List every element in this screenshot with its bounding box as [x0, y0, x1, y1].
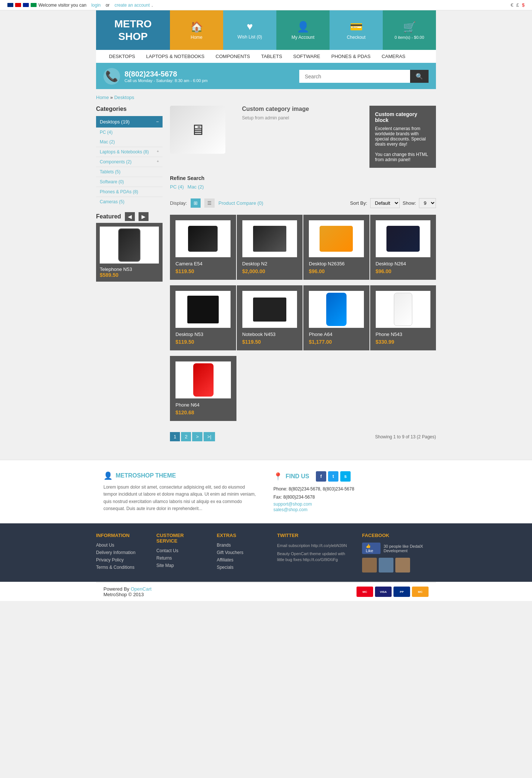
product-card-phone-a64[interactable]: Phone A64 $1,177.00 — [303, 285, 369, 350]
fb-like-button[interactable]: 👍 Like — [362, 543, 381, 554]
sidebar-item-components[interactable]: Components (2) + — [96, 157, 163, 167]
product-card-camera-e54[interactable]: Camera E54 $119.50 — [170, 215, 236, 280]
nav-account[interactable]: 👤 My Account — [276, 10, 330, 50]
nav-desktops[interactable]: DESKTOPS — [103, 50, 141, 63]
twitter-icon[interactable]: t — [328, 471, 338, 482]
sort-select[interactable]: Default — [370, 198, 400, 208]
breadcrumb-current[interactable]: Desktops — [114, 95, 134, 100]
sidebar-components-expand: + — [157, 159, 159, 164]
sidebar-item-software[interactable]: Software (0) — [96, 177, 163, 187]
login-link[interactable]: login — [91, 3, 100, 8]
featured-next-button[interactable]: ▶ — [139, 212, 149, 221]
show-select[interactable]: 9 — [419, 198, 436, 208]
sidebar-item-cameras[interactable]: Cameras (5) — [96, 197, 163, 207]
sidebar-item-tablets[interactable]: Tablets (5) — [96, 167, 163, 177]
refine-mac-link[interactable]: Mac (2) — [188, 184, 204, 190]
phone-number: 8(802)234-5678 — [125, 70, 208, 78]
search-button[interactable]: 🔍 — [410, 70, 429, 83]
sidebar-item-laptops[interactable]: Laptops & Notebooks (8) + — [96, 147, 163, 157]
nav-checkout-label: Checkout — [347, 35, 366, 40]
create-account-link[interactable]: create an account — [115, 3, 150, 8]
product-image-phone-a64 — [309, 291, 364, 328]
product-card-notebook-n453[interactable]: Notebook N453 $119.50 — [237, 285, 303, 350]
sidebar-item-desktops[interactable]: Desktops (19) − — [96, 116, 163, 128]
affiliates-link[interactable]: Affiliates — [217, 557, 266, 563]
product-compare-link[interactable]: Product Compare (0) — [218, 200, 263, 206]
skype-icon[interactable]: s — [340, 471, 351, 482]
nav-checkout[interactable]: 💳 Checkout — [330, 10, 383, 50]
product-grid-row2: Desktop N53 $119.50 Notebook N453 $119.5… — [170, 285, 436, 350]
nav-components[interactable]: COMPONENTS — [210, 50, 256, 63]
currency-eur[interactable]: € — [511, 2, 513, 8]
nav-cameras[interactable]: CAMERAS — [376, 50, 411, 63]
product-image-phone-n64 — [175, 361, 231, 398]
sidebar-item-pc[interactable]: PC (4) — [96, 128, 163, 137]
sort-area: Sort By: Default Show: 9 — [350, 198, 436, 208]
currency-usd[interactable]: $ — [522, 2, 525, 8]
currency-gbp[interactable]: £ — [516, 2, 519, 8]
delivery-info-link[interactable]: Delivery Information — [96, 550, 145, 555]
fb-avatar-3 — [395, 558, 410, 573]
nav-software[interactable]: SOFTWARE — [288, 50, 326, 63]
fb-like-count: 30 people like DedalX Development — [383, 544, 436, 553]
featured-product: Telephone N53 $589.50 — [96, 223, 163, 282]
sidebar-item-phones[interactable]: Phones & PDAs (8) — [96, 187, 163, 197]
returns-link[interactable]: Returns — [156, 556, 205, 561]
facebook-icon[interactable]: f — [316, 471, 326, 482]
page-1-button[interactable]: 1 — [170, 432, 180, 441]
product-card-desktop-n53[interactable]: Desktop N53 $119.50 — [170, 285, 236, 350]
cart-icon: 🛒 — [403, 21, 416, 33]
very-bottom: Powered By OpenCart MetroShop © 2013 MC … — [96, 582, 436, 601]
payment-icons: MC VISA PP MC — [357, 587, 429, 597]
phone-n64-img — [193, 363, 214, 397]
main-layout: Categories Desktops (19) − PC (4) Mac (2… — [96, 106, 436, 447]
list-view-button[interactable]: ☰ — [204, 198, 215, 208]
nav-home[interactable]: 🏠 Home — [170, 10, 223, 50]
nav-wishlist[interactable]: ♥ Wish List (0) — [223, 10, 276, 50]
opencart-link[interactable]: OpenCart — [131, 586, 151, 592]
product-price-phone-n543: $330.99 — [376, 339, 431, 345]
email1-link[interactable]: support@shop.com — [273, 502, 312, 507]
product-card-desktop-n2[interactable]: Desktop N2 $2,000.00 — [237, 215, 303, 280]
phone-n543-img — [394, 293, 412, 326]
product-card-desktop-n264[interactable]: Desktop N264 $96.00 — [370, 215, 436, 280]
page-last-button[interactable]: >| — [204, 432, 215, 441]
product-card-phone-n64[interactable]: Phone N64 $120.68 — [170, 356, 236, 421]
paypal-icon: PP — [393, 587, 410, 597]
about-us-link[interactable]: About Us — [96, 543, 145, 548]
logo[interactable]: METROSHOP — [96, 10, 170, 50]
sidebar-components-label: Components (2) — [100, 159, 132, 164]
category-hero: 🖥 Custom category image Setup from admin… — [170, 106, 436, 168]
page-2-button[interactable]: 2 — [181, 432, 191, 441]
flag-uk — [7, 3, 13, 7]
logo-text: METROSHOP — [114, 18, 151, 43]
location-icon: 📍 — [273, 472, 283, 481]
breadcrumb-home[interactable]: Home — [96, 95, 109, 100]
featured-prev-button[interactable]: ◀ — [125, 212, 135, 221]
page-next-button[interactable]: > — [192, 432, 202, 441]
nav-laptops[interactable]: LAPTOPS & NOTEBOOKS — [141, 50, 210, 63]
fb-like-area: 👍 Like 30 people like DedalX Development — [362, 543, 436, 554]
gift-vouchers-link[interactable]: Gift Vouchers — [217, 550, 266, 555]
category-image-area: 🖥 — [170, 106, 236, 168]
specials-link[interactable]: Specials — [217, 565, 266, 570]
search-input[interactable] — [299, 70, 410, 83]
heart-icon: ♥ — [247, 21, 253, 33]
nav-tablets[interactable]: TABLETS — [256, 50, 288, 63]
privacy-policy-link[interactable]: Privacy Policy — [96, 557, 145, 563]
sidebar-item-mac[interactable]: Mac (2) — [96, 137, 163, 147]
contact-us-link[interactable]: Contact Us — [156, 548, 205, 553]
footer-brand-text: Lorem ipsum dolor sit amet, consectetur … — [103, 484, 259, 512]
nav-cart[interactable]: 🛒 0 item(s) - $0.00 — [383, 10, 436, 50]
featured-product-name: Telephone N53 — [100, 266, 159, 272]
site-map-link[interactable]: Site Map — [156, 563, 205, 568]
grid-view-button[interactable]: ⊞ — [191, 198, 201, 208]
refine-pc-link[interactable]: PC (4) — [170, 184, 184, 190]
nav-phones[interactable]: PHONES & PDAS — [326, 50, 376, 63]
product-card-desktop-n26356[interactable]: Desktop N26356 $96.00 — [303, 215, 369, 280]
category-subtitle: Setup from admin panel — [242, 115, 364, 120]
brands-link[interactable]: Brands — [217, 543, 266, 548]
product-card-phone-n543[interactable]: Phone N543 $330.99 — [370, 285, 436, 350]
terms-conditions-link[interactable]: Terms & Conditions — [96, 565, 145, 570]
email2-link[interactable]: sales@shop.com — [273, 507, 307, 512]
